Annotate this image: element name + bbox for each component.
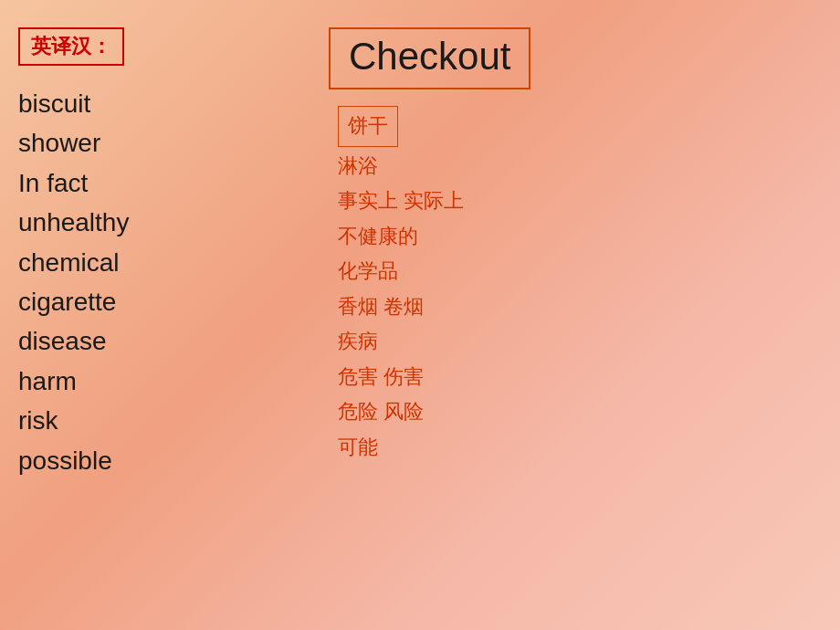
word-list: biscuitshowerIn factunhealthychemicalcig… xyxy=(18,84,301,480)
word-item-6: disease xyxy=(18,321,301,361)
left-column: 英译汉： biscuitshowerIn factunhealthychemic… xyxy=(9,18,301,612)
word-item-9: possible xyxy=(18,441,301,480)
translation-item-0: 饼干 xyxy=(338,106,398,147)
translation-item-2: 事实上 实际上 xyxy=(329,184,831,219)
word-item-7: harm xyxy=(18,362,301,401)
word-item-2: In fact xyxy=(18,163,301,203)
translation-item-7: 危害 伤害 xyxy=(329,360,831,395)
word-item-1: shower xyxy=(18,123,301,163)
checkout-title: Checkout xyxy=(349,35,510,78)
translation-item-8: 危险 风险 xyxy=(329,394,831,430)
label-box: 英译汉： xyxy=(18,27,124,66)
checkout-box: Checkout xyxy=(329,27,530,89)
word-item-3: unhealthy xyxy=(18,203,301,242)
label-text: 英译汉： xyxy=(31,35,111,58)
right-column: Checkout 饼干淋浴事实上 实际上不健康的化学品香烟 卷烟疾病危害 伤害危… xyxy=(301,18,831,612)
main-container: 英译汉： biscuitshowerIn factunhealthychemic… xyxy=(0,0,840,630)
word-item-8: risk xyxy=(18,401,301,440)
word-item-4: chemical xyxy=(18,243,301,282)
translation-item-3: 不健康的 xyxy=(329,219,831,255)
word-item-0: biscuit xyxy=(18,84,301,123)
translation-item-4: 化学品 xyxy=(329,254,831,289)
translation-item-6: 疾病 xyxy=(329,324,831,360)
translation-item-1: 淋浴 xyxy=(329,149,831,184)
translation-item-9: 可能 xyxy=(329,430,831,466)
translation-item-5: 香烟 卷烟 xyxy=(329,289,831,325)
translation-list: 饼干淋浴事实上 实际上不健康的化学品香烟 卷烟疾病危害 伤害危险 风险可能 xyxy=(329,106,831,465)
word-item-5: cigarette xyxy=(18,282,301,321)
